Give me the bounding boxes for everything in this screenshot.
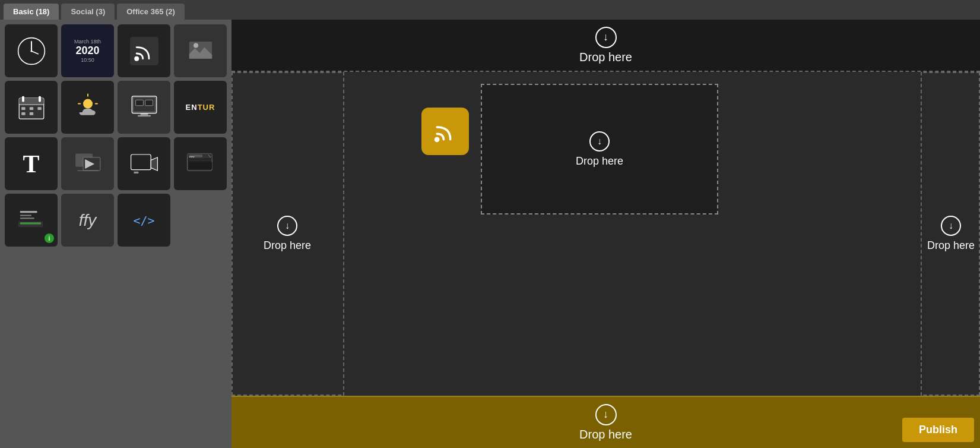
svg-rect-29	[135, 100, 143, 106]
tab-social[interactable]: Social (3)	[61, 4, 115, 20]
drop-zone-bottom[interactable]: ↓ Drop here	[231, 396, 980, 448]
svg-rect-49	[20, 222, 40, 224]
svg-rect-18	[29, 112, 33, 115]
svg-point-20	[83, 99, 93, 108]
widget-weather[interactable]	[61, 81, 114, 134]
widget-clock[interactable]	[5, 24, 58, 77]
widget-screen[interactable]	[118, 81, 170, 134]
canvas-middle: ↓ Drop here ↓ Drop here	[231, 72, 980, 396]
svg-rect-26	[140, 113, 148, 115]
drop-text-center: Drop here	[576, 155, 623, 168]
svg-rect-14	[21, 107, 25, 110]
svg-rect-15	[29, 107, 33, 110]
drop-label-top: ↓ Drop here	[579, 27, 632, 64]
svg-point-5	[134, 56, 139, 61]
svg-rect-28	[145, 100, 153, 106]
drop-circle-center: ↓	[589, 131, 610, 152]
fly-label: ffy	[79, 211, 97, 230]
date-month-label: March 18th	[74, 39, 101, 45]
widget-fly[interactable]: ffy	[61, 194, 114, 247]
drop-zone-top[interactable]: ↓ Drop here	[231, 20, 980, 72]
widget-image[interactable]	[174, 24, 227, 77]
drop-zone-center[interactable]: ↓ Drop here	[481, 84, 718, 214]
svg-rect-35	[134, 171, 138, 173]
svg-line-2	[31, 51, 38, 54]
info-badge: i	[45, 234, 54, 243]
tab-bar: Basic (18) Social (3) Office 365 (2)	[0, 0, 980, 20]
svg-rect-27	[137, 115, 150, 116]
drop-label-bottom: ↓ Drop here	[579, 404, 632, 441]
svg-marker-34	[151, 157, 157, 170]
svg-rect-33	[131, 154, 151, 170]
drop-circle-left: ↓	[277, 216, 297, 236]
rss-canvas-placed[interactable]	[421, 108, 469, 155]
date-time: 10:50	[81, 57, 94, 63]
main-area: March 18th 2020 10:50	[0, 20, 980, 448]
drop-text-left: Drop here	[264, 239, 311, 252]
widget-entur[interactable]: ENTUR	[174, 81, 227, 134]
publish-button[interactable]: Publish	[902, 418, 974, 442]
drop-circle-top: ↓	[595, 27, 617, 48]
drop-text-top: Drop here	[579, 51, 632, 64]
drop-zone-left[interactable]: ↓ Drop here	[231, 72, 344, 396]
svg-rect-46	[20, 211, 37, 213]
canvas-area: ↓ Drop here ↓ Drop here	[231, 20, 980, 448]
drop-text-bottom: Drop here	[579, 428, 632, 441]
svg-rect-12	[22, 96, 24, 102]
widget-url[interactable]: www.	[174, 137, 227, 190]
widget-grid: March 18th 2020 10:50	[0, 20, 231, 251]
widget-panel: March 18th 2020 10:50	[0, 20, 231, 448]
widget-rss[interactable]	[118, 24, 170, 77]
code-label: </>	[133, 213, 154, 228]
date-year: 2020	[75, 45, 99, 57]
drop-circle-right: ↓	[941, 216, 961, 236]
drop-zone-right[interactable]: ↓ Drop here	[921, 72, 980, 396]
svg-point-3	[30, 50, 32, 52]
svg-rect-45	[18, 221, 43, 227]
widget-slideshow[interactable]	[61, 137, 114, 190]
drop-text-right: Drop here	[927, 239, 975, 252]
svg-rect-16	[37, 107, 41, 110]
widget-calendar[interactable]	[5, 81, 58, 134]
text-label: T	[23, 150, 39, 178]
svg-rect-13	[39, 96, 41, 102]
tab-office365[interactable]: Office 365 (2)	[117, 4, 185, 20]
widget-info-ticker[interactable]: i	[5, 194, 58, 247]
widget-video[interactable]	[118, 137, 170, 190]
drop-circle-bottom: ↓	[595, 404, 617, 425]
widget-text[interactable]: T	[5, 137, 58, 190]
svg-rect-48	[20, 217, 34, 219]
tab-basic[interactable]: Basic (18)	[4, 4, 59, 20]
svg-point-50	[435, 137, 440, 143]
svg-rect-17	[21, 112, 25, 115]
canvas-center[interactable]: ↓ Drop here	[344, 72, 921, 396]
svg-rect-47	[20, 214, 31, 216]
svg-text:www.: www.	[189, 154, 195, 157]
widget-date[interactable]: March 18th 2020 10:50	[61, 24, 114, 77]
svg-point-8	[194, 43, 198, 48]
svg-rect-41	[189, 162, 211, 168]
entur-label: ENTUR	[186, 103, 215, 112]
widget-code[interactable]: </>	[118, 194, 170, 247]
svg-rect-4	[130, 37, 158, 65]
